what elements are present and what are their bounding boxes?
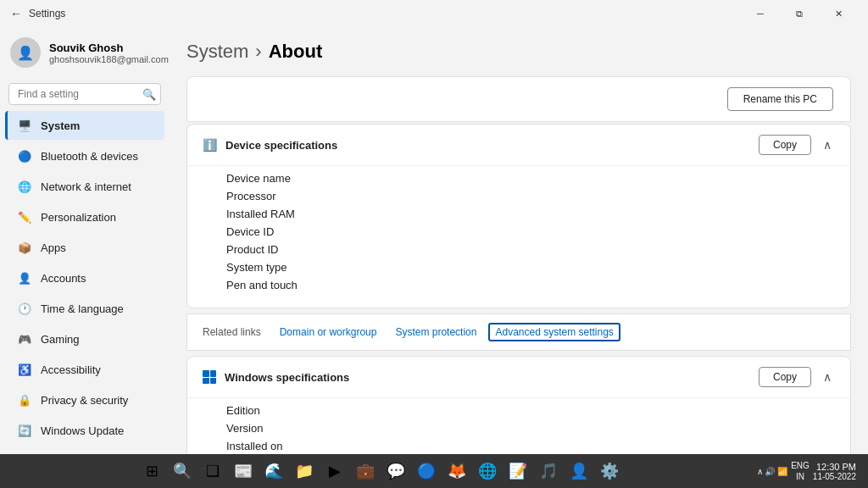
windows-specs-copy-button[interactable]: Copy [759, 367, 811, 387]
spec-label: Product ID [226, 243, 337, 256]
user-name: Souvik Ghosh [49, 42, 169, 54]
vscode-icon: 📝 [509, 462, 527, 480]
taskbar-right: ∧ 🔊 📶 ENGIN 12:30 PM 11-05-2022 [757, 460, 863, 482]
sidebar-item-label: Gaming [41, 333, 80, 346]
sidebar-item-label: Windows Update [41, 424, 124, 437]
clock[interactable]: 12:30 PM 11-05-2022 [813, 462, 856, 481]
device-specs-body: Device name Processor Installed RAM Devi… [187, 165, 850, 308]
domain-workgroup-link[interactable]: Domain or workgroup [273, 324, 384, 341]
user-email: ghoshsouvik188@gmail.com [49, 54, 169, 64]
sidebar-item-accounts[interactable]: 👤 Accounts [5, 263, 164, 292]
device-specs-header[interactable]: ℹ️ Device specifications Copy ∧ [187, 125, 850, 165]
taskbar-settings-button[interactable]: ⚙️ [596, 458, 623, 485]
system-tray-icons[interactable]: ∧ 🔊 📶 [757, 467, 788, 476]
windows-specs-section: Windows specifications Copy ∧ Edition Ve… [186, 356, 851, 454]
titlebar-title: Settings [29, 8, 65, 19]
device-specs-title: Device specifications [225, 139, 337, 152]
spec-row: Processor [226, 187, 816, 205]
rename-pc-button[interactable]: Rename this PC [727, 87, 833, 111]
edge-icon: 🌊 [264, 462, 283, 480]
advanced-system-settings-link[interactable]: Advanced system settings [488, 323, 620, 341]
user-info: Souvik Ghosh ghoshsouvik188@gmail.com [49, 42, 169, 64]
sidebar-item-winupdate[interactable]: 🔄 Windows Update [5, 416, 164, 445]
taskbar-taskview-button[interactable]: ❑ [199, 458, 226, 485]
system-protection-link[interactable]: System protection [388, 324, 483, 341]
taskbar-firefox-button[interactable]: 🦊 [443, 458, 470, 485]
sidebar-item-personalization[interactable]: ✏️ Personalization [5, 202, 164, 231]
close-button[interactable]: ✕ [819, 0, 858, 27]
spec-row: Device name [226, 169, 816, 187]
taskbar-office-button[interactable]: 💼 [352, 458, 379, 485]
sidebar-item-system[interactable]: 🖥️ System [5, 111, 164, 140]
sidebar-item-privacy[interactable]: 🔒 Privacy & security [5, 385, 164, 414]
avatar: 👤 [10, 37, 41, 68]
spec-label: Pen and touch [226, 279, 337, 291]
bluetooth-icon: 🔵 [17, 148, 32, 164]
taskbar-terminal-button[interactable]: ▶ [321, 458, 348, 485]
spec-label: Processor [226, 190, 337, 202]
sidebar-item-label: Personalization [41, 211, 116, 224]
search-input[interactable] [8, 83, 161, 105]
sidebar-item-label: Accessibility [41, 363, 101, 376]
clock-time: 12:30 PM [813, 462, 856, 472]
system-icon: 🖥️ [17, 118, 32, 133]
sidebar-item-label: Time & language [41, 302, 124, 315]
user-profile: 👤 Souvik Ghosh ghoshsouvik188@gmail.com [0, 27, 170, 78]
sidebar-item-apps[interactable]: 📦 Apps [5, 233, 164, 262]
spec-row: Installed on [226, 437, 816, 454]
privacy-icon: 🔒 [17, 392, 32, 408]
titlebar: ← Settings ─ ⧉ ✕ [0, 0, 868, 27]
taskbar-vscode-button[interactable]: 📝 [504, 458, 531, 485]
taskbar-teams-button[interactable]: 💬 [382, 458, 409, 485]
restore-button[interactable]: ⧉ [780, 0, 819, 27]
main-content: System › About Rename this PC ℹ️ Device … [170, 27, 868, 454]
taskbar-start-button[interactable]: ⊞ [138, 458, 165, 485]
weather-footer: 🌙 24°C Mostly clear [0, 446, 170, 454]
spec-label: Version [226, 422, 337, 435]
taskbar-search-button[interactable]: 🔍 [169, 458, 196, 485]
spec-row: Installed RAM [226, 205, 816, 223]
sidebar-item-accessibility[interactable]: ♿ Accessibility [5, 355, 164, 384]
spec-label: Installed on [226, 440, 337, 452]
teams-icon: 💬 [387, 462, 405, 480]
app-body: 👤 Souvik Ghosh ghoshsouvik188@gmail.com … [0, 27, 868, 454]
minimize-button[interactable]: ─ [741, 0, 780, 27]
start-icon: ⊞ [146, 462, 159, 480]
device-specs-copy-button[interactable]: Copy [759, 135, 811, 155]
sidebar-item-time[interactable]: 🕐 Time & language [5, 294, 164, 323]
firefox-icon: 🦊 [448, 462, 466, 480]
personalization-icon: ✏️ [17, 209, 32, 225]
taskbar-edge-button[interactable]: 🌊 [260, 458, 287, 485]
taskbar-edge2-button[interactable]: 🌐 [474, 458, 501, 485]
taskbar-center: ⊞ 🔍 ❑ 📰 🌊 📁 ▶ 💼 💬 🔵 🦊 🌐 📝 🎵 👤 ⚙️ [7, 458, 755, 485]
settings-icon: ⚙️ [600, 462, 619, 480]
windows-specs-header[interactable]: Windows specifications Copy ∧ [187, 357, 850, 397]
sidebar-item-gaming[interactable]: 🎮 Gaming [5, 324, 164, 353]
page-title: About [269, 41, 323, 63]
gaming-icon: 🎮 [17, 331, 32, 347]
edge2-icon: 🌐 [478, 462, 497, 480]
spec-row: Pen and touch [226, 276, 816, 294]
language-indicator[interactable]: ENGIN [791, 460, 810, 482]
taskbar-explorer-button[interactable]: 📁 [291, 458, 318, 485]
related-links-bar: Related links Domain or workgroup System… [186, 313, 851, 351]
taskbar-widgets-button[interactable]: 📰 [230, 458, 257, 485]
app2-icon: 👤 [570, 462, 588, 480]
taskbar-app1-button[interactable]: 🎵 [535, 458, 562, 485]
sidebar-item-network[interactable]: 🌐 Network & internet [5, 172, 164, 201]
taskbar-app2-button[interactable]: 👤 [565, 458, 593, 485]
taskbar-chrome-button[interactable]: 🔵 [413, 458, 440, 485]
winupdate-icon: 🔄 [17, 423, 32, 438]
device-specs-collapse-button[interactable]: ∧ [820, 136, 835, 153]
windows-specs-title: Windows specifications [225, 371, 349, 384]
windows-specs-collapse-button[interactable]: ∧ [820, 369, 835, 385]
spec-label: Device name [226, 172, 337, 185]
sidebar-item-label: Bluetooth & devices [41, 150, 138, 163]
sidebar-item-bluetooth[interactable]: 🔵 Bluetooth & devices [5, 141, 164, 170]
apps-icon: 📦 [17, 240, 32, 255]
spec-label: Device ID [226, 225, 337, 238]
app1-icon: 🎵 [539, 462, 558, 480]
windows-specs-header-left: Windows specifications [203, 370, 349, 384]
back-icon[interactable]: ← [10, 7, 22, 20]
spec-row: Edition [226, 402, 816, 419]
